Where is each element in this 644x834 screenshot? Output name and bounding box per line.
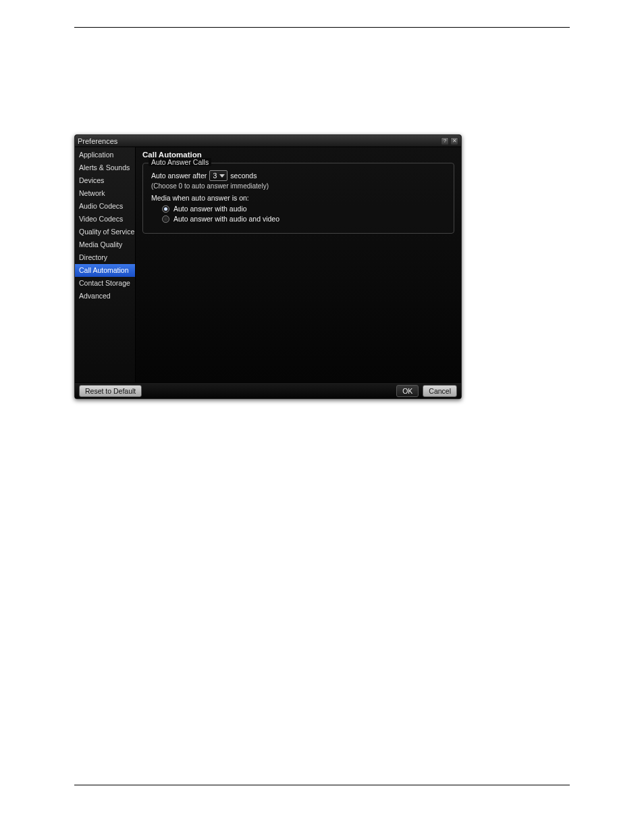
auto-answer-seconds-select[interactable]: 3 (209, 170, 227, 181)
sidebar-item-quality-of-service[interactable]: Quality of Service (75, 226, 135, 238)
dialog-body: Application Alerts & Sounds Devices Netw… (75, 147, 461, 382)
chevron-down-icon (219, 174, 225, 178)
sidebar-item-media-quality[interactable]: Media Quality (75, 238, 135, 251)
sidebar-item-label: Application (79, 151, 113, 159)
radio-row-audio[interactable]: Auto answer with audio (162, 205, 446, 213)
auto-answer-row: Auto answer after 3 seconds (151, 170, 446, 181)
sidebar-item-devices[interactable]: Devices (75, 174, 135, 187)
sidebar-item-label: Quality of Service (79, 228, 134, 236)
sidebar-item-advanced[interactable]: Advanced (75, 290, 135, 303)
help-button[interactable]: ? (441, 137, 449, 145)
radio-label: Auto answer with audio (173, 205, 247, 213)
sidebar-item-label: Audio Codecs (79, 202, 123, 210)
sidebar: Application Alerts & Sounds Devices Netw… (75, 147, 136, 382)
auto-answer-hint: (Choose 0 to auto answer immediately) (151, 182, 446, 190)
auto-answer-group: Auto Answer Calls Auto answer after 3 se… (142, 163, 454, 234)
dialog-footer: Reset to Default OK Cancel (75, 382, 461, 398)
titlebar: Preferences ? ✕ (75, 135, 461, 147)
sidebar-item-label: Media Quality (79, 240, 122, 249)
auto-answer-suffix: seconds (230, 172, 257, 180)
sidebar-item-label: Network (79, 189, 105, 197)
sidebar-item-label: Directory (79, 253, 107, 261)
sidebar-item-network[interactable]: Network (75, 187, 135, 200)
sidebar-item-label: Alerts & Sounds (79, 163, 130, 172)
preferences-dialog: Preferences ? ✕ Application Alerts & Sou… (74, 134, 462, 399)
radio-audio-video[interactable] (162, 215, 169, 223)
sidebar-item-application[interactable]: Application (75, 149, 135, 161)
page-rule-bottom (74, 785, 570, 785)
auto-answer-prefix: Auto answer after (151, 172, 207, 180)
close-button[interactable]: ✕ (450, 137, 458, 145)
content-panel: Call Automation Auto Answer Calls Auto a… (136, 147, 461, 382)
sidebar-item-label: Contact Storage (79, 279, 130, 287)
sidebar-item-label: Video Codecs (79, 215, 123, 223)
sidebar-item-audio-codecs[interactable]: Audio Codecs (75, 200, 135, 213)
cancel-button[interactable]: Cancel (423, 385, 457, 397)
sidebar-item-call-automation[interactable]: Call Automation (75, 264, 135, 277)
ok-button[interactable]: OK (396, 385, 419, 397)
group-legend: Auto Answer Calls (149, 158, 211, 166)
select-value: 3 (212, 172, 217, 180)
radio-audio[interactable] (162, 205, 169, 213)
sidebar-item-contact-storage[interactable]: Contact Storage (75, 277, 135, 290)
reset-to-default-button[interactable]: Reset to Default (79, 385, 142, 397)
window-title: Preferences (78, 137, 439, 145)
page-rule-top (74, 27, 570, 28)
radio-row-audio-video[interactable]: Auto answer with audio and video (162, 215, 446, 223)
media-subhead: Media when auto answer is on: (151, 194, 446, 202)
radio-label: Auto answer with audio and video (173, 215, 279, 223)
sidebar-item-video-codecs[interactable]: Video Codecs (75, 213, 135, 226)
sidebar-item-label: Advanced (79, 292, 111, 300)
sidebar-item-directory[interactable]: Directory (75, 251, 135, 264)
sidebar-item-label: Call Automation (79, 266, 129, 274)
sidebar-item-alerts-sounds[interactable]: Alerts & Sounds (75, 161, 135, 174)
sidebar-item-label: Devices (79, 176, 104, 184)
